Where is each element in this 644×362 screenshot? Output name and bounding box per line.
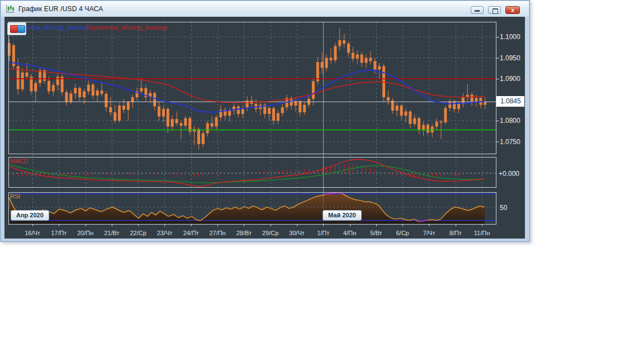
- candle-body: [427, 125, 429, 133]
- candle-body: [303, 105, 306, 113]
- price-axis-label: 1.0750: [500, 138, 520, 146]
- candle-body: [338, 40, 341, 46]
- indicator-buttons-panel: [7, 22, 26, 35]
- candle-body: [418, 118, 420, 130]
- candle-body: [179, 123, 182, 126]
- candle-body: [158, 107, 160, 117]
- candle-body: [312, 82, 315, 99]
- candle-body: [364, 58, 367, 63]
- candle-body: [101, 90, 103, 94]
- candle-body: [87, 85, 90, 92]
- candle-body: [396, 106, 399, 111]
- candle-body: [215, 117, 217, 127]
- candle-body: [140, 88, 143, 92]
- month-tooltip-may: Май 2020: [323, 210, 362, 221]
- candle-body: [21, 73, 24, 89]
- candle-body: [167, 109, 169, 127]
- panel-border: [9, 22, 496, 154]
- candle-body: [409, 112, 411, 125]
- candle-body: [69, 93, 72, 102]
- month-tooltip-april: Апр 2020: [11, 210, 49, 221]
- indicator-red-toggle-button[interactable]: [10, 25, 18, 33]
- candle-body: [74, 88, 77, 94]
- candle-body: [211, 123, 214, 127]
- candle-body: [52, 85, 55, 91]
- current-price-badge: 1.0845: [496, 96, 524, 107]
- candle-body: [484, 102, 486, 104]
- candle-body: [356, 55, 359, 59]
- candle-body: [325, 58, 328, 68]
- candle-body: [281, 107, 284, 113]
- candle-body: [228, 111, 231, 116]
- rsi-line-segment: [428, 220, 432, 220]
- candle-body: [439, 122, 442, 123]
- candle-body: [334, 46, 337, 61]
- date-axis-label: 11/Пн: [464, 230, 500, 236]
- candle-body: [400, 106, 403, 116]
- ema-red-legend-label: Exponential_Moving_Average: [86, 24, 168, 31]
- candle-body: [361, 55, 363, 63]
- candle-body: [105, 94, 107, 107]
- ema-blue-legend-label: ential_Moving_Average: [26, 24, 90, 31]
- candle-body: [8, 43, 11, 56]
- candle-body: [113, 112, 116, 121]
- candle-body: [387, 97, 390, 101]
- candle-body: [48, 81, 50, 92]
- candle-body: [471, 95, 473, 103]
- candle-body: [153, 93, 156, 107]
- panel-border: [9, 158, 496, 188]
- candle-body: [118, 106, 121, 121]
- price-axis-label: 1.1000: [500, 33, 520, 41]
- candle-body: [422, 125, 425, 130]
- rsi-line-segment: [329, 193, 334, 194]
- candle-body: [352, 53, 354, 59]
- candle-body: [448, 102, 451, 108]
- candle-body: [65, 92, 68, 102]
- candle-body: [34, 83, 37, 92]
- candle-body: [78, 88, 81, 98]
- candle-body: [369, 58, 372, 61]
- candle-body: [83, 92, 86, 98]
- candle-body: [277, 113, 280, 121]
- candle-body: [39, 70, 41, 83]
- candle-body: [131, 97, 134, 102]
- candle-body: [202, 134, 205, 145]
- candle-body: [96, 90, 99, 96]
- candle-body: [206, 123, 209, 134]
- candle-body: [92, 85, 94, 96]
- candle-body: [176, 119, 178, 123]
- candle-body: [184, 118, 187, 126]
- candle-body: [321, 62, 324, 68]
- candle-body: [343, 40, 345, 44]
- macd-panel-label: MACD: [10, 158, 28, 164]
- price-axis-label: 1.0900: [500, 75, 520, 83]
- price-axis-label: 1.0800: [500, 117, 520, 125]
- macd-zero-label: +0.000: [499, 170, 519, 178]
- candle-body: [444, 108, 447, 123]
- candle-body: [329, 58, 332, 61]
- indicator-blue-toggle-button[interactable]: [17, 25, 25, 33]
- candle-body: [299, 102, 301, 113]
- candle-body: [413, 118, 416, 125]
- candle-body: [435, 122, 438, 127]
- candle-body: [127, 102, 130, 110]
- candle-body: [457, 104, 460, 109]
- rsi-mid-label: 50: [500, 204, 507, 212]
- price-axis-label: 1.0950: [500, 54, 520, 62]
- chart-canvas[interactable]: [1, 1, 531, 242]
- candle-body: [404, 112, 407, 116]
- candle-body: [453, 102, 456, 109]
- candle-body: [56, 77, 59, 85]
- rsi-panel-label: RSI: [10, 193, 20, 199]
- candle-body: [26, 73, 29, 77]
- candle-body: [272, 108, 275, 121]
- candle-body: [268, 108, 271, 115]
- candle-body: [347, 44, 350, 53]
- candle-body: [197, 129, 200, 144]
- candle-body: [378, 66, 381, 70]
- candle-body: [162, 109, 165, 117]
- candle-body: [171, 119, 174, 127]
- candle-body: [109, 107, 112, 112]
- chart-window[interactable]: График EUR /USD 4 ЧАСА x ential_Moving_A…: [0, 0, 530, 242]
- ema-red-line: [9, 69, 485, 103]
